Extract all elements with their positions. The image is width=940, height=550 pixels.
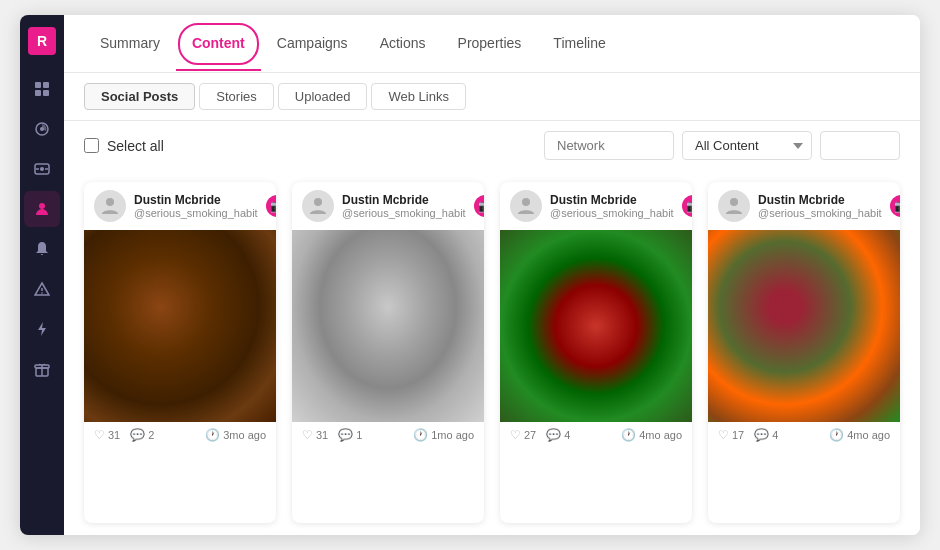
card-footer-4: ♡ 17 💬 4 🕐 4mo ago xyxy=(708,422,900,448)
card-handle-1: @serious_smoking_habit xyxy=(134,207,258,219)
sub-tab-uploaded[interactable]: Uploaded xyxy=(278,83,368,110)
filter-group: All Content Photos Videos Text xyxy=(544,131,900,160)
card-time-1: 🕐 3mo ago xyxy=(205,428,266,442)
card-time-3: 🕐 4mo ago xyxy=(621,428,682,442)
card-footer-3: ♡ 27 💬 4 🕐 4mo ago xyxy=(500,422,692,448)
svg-point-19 xyxy=(522,198,530,206)
card-username-3: Dustin Mcbride xyxy=(550,193,674,207)
content-filter-select[interactable]: All Content Photos Videos Text xyxy=(682,131,812,160)
card-handle-2: @serious_smoking_habit xyxy=(342,207,466,219)
instagram-icon-1: 📷 xyxy=(266,195,276,217)
heart-icon-3: ♡ xyxy=(510,428,521,442)
card-handle-3: @serious_smoking_habit xyxy=(550,207,674,219)
sub-tabs: Social Posts Stories Uploaded Web Links xyxy=(64,73,920,121)
card-comments-3: 💬 4 xyxy=(546,428,570,442)
card-user-2: Dustin Mcbride @serious_smoking_habit xyxy=(342,193,466,219)
sidebar-icon-cast[interactable] xyxy=(24,151,60,187)
card-time-4: 🕐 4mo ago xyxy=(829,428,890,442)
svg-point-5 xyxy=(40,127,44,131)
card-comments-4: 💬 4 xyxy=(754,428,778,442)
sidebar-icon-gift[interactable] xyxy=(24,351,60,387)
card-user-1: Dustin Mcbride @serious_smoking_habit xyxy=(134,193,258,219)
clock-icon-4: 🕐 xyxy=(829,428,844,442)
card-comments-1: 💬 2 xyxy=(130,428,154,442)
card-likes-2: ♡ 31 xyxy=(302,428,328,442)
card-username-2: Dustin Mcbride xyxy=(342,193,466,207)
clock-icon-2: 🕐 xyxy=(413,428,428,442)
card-header-3: Dustin Mcbride @serious_smoking_habit 📷 xyxy=(500,182,692,230)
card-image-4 xyxy=(708,230,900,422)
card-footer-1: ♡ 31 💬 2 🕐 3mo ago xyxy=(84,422,276,448)
card-likes-3: ♡ 27 xyxy=(510,428,536,442)
nav-campaigns[interactable]: Campaigns xyxy=(261,17,364,71)
card-header-1: Dustin Mcbride @serious_smoking_habit 📷 xyxy=(84,182,276,230)
sidebar: R xyxy=(20,15,64,535)
sidebar-icon-bell[interactable] xyxy=(24,231,60,267)
select-all-checkbox[interactable] xyxy=(84,138,99,153)
nav-content[interactable]: Content xyxy=(176,17,261,71)
card-handle-4: @serious_smoking_habit xyxy=(758,207,882,219)
app-logo: R xyxy=(28,27,56,55)
content-card-4: Dustin Mcbride @serious_smoking_habit 📷 … xyxy=(708,182,900,523)
sub-tab-web-links[interactable]: Web Links xyxy=(371,83,465,110)
content-card-2: Dustin Mcbride @serious_smoking_habit 📷 … xyxy=(292,182,484,523)
toolbar: Select all All Content Photos Videos Tex… xyxy=(64,121,920,170)
instagram-icon-3: 📷 xyxy=(682,195,692,217)
heart-icon-4: ♡ xyxy=(718,428,729,442)
svg-point-13 xyxy=(41,292,43,294)
svg-rect-1 xyxy=(43,82,49,88)
clock-icon-3: 🕐 xyxy=(621,428,636,442)
comment-icon-3: 💬 xyxy=(546,428,561,442)
card-user-3: Dustin Mcbride @serious_smoking_habit xyxy=(550,193,674,219)
svg-point-10 xyxy=(39,203,45,209)
sub-tab-stories[interactable]: Stories xyxy=(199,83,273,110)
sub-tab-social-posts[interactable]: Social Posts xyxy=(84,83,195,110)
heart-icon-1: ♡ xyxy=(94,428,105,442)
content-grid: Dustin Mcbride @serious_smoking_habit 📷 … xyxy=(64,170,920,535)
avatar-2 xyxy=(302,190,334,222)
clock-icon-1: 🕐 xyxy=(205,428,220,442)
main-content: Summary Content Campaigns Actions Proper… xyxy=(64,15,920,535)
svg-rect-2 xyxy=(35,90,41,96)
card-username-4: Dustin Mcbride xyxy=(758,193,882,207)
card-footer-2: ♡ 31 💬 1 🕐 1mo ago xyxy=(292,422,484,448)
network-filter-input[interactable] xyxy=(544,131,674,160)
comment-icon-4: 💬 xyxy=(754,428,769,442)
sidebar-icon-bolt[interactable] xyxy=(24,311,60,347)
card-image-1 xyxy=(84,230,276,422)
card-username-1: Dustin Mcbride xyxy=(134,193,258,207)
instagram-icon-2: 📷 xyxy=(474,195,484,217)
svg-point-17 xyxy=(106,198,114,206)
svg-point-7 xyxy=(40,167,44,171)
sidebar-icon-person[interactable] xyxy=(24,191,60,227)
avatar-3 xyxy=(510,190,542,222)
card-image-3 xyxy=(500,230,692,422)
instagram-icon-4: 📷 xyxy=(890,195,900,217)
card-likes-4: ♡ 17 xyxy=(718,428,744,442)
search-input[interactable] xyxy=(820,131,900,160)
avatar-1 xyxy=(94,190,126,222)
nav-timeline[interactable]: Timeline xyxy=(537,17,621,71)
select-all-label: Select all xyxy=(107,138,164,154)
svg-rect-0 xyxy=(35,82,41,88)
card-header-4: Dustin Mcbride @serious_smoking_habit 📷 xyxy=(708,182,900,230)
heart-icon-2: ♡ xyxy=(302,428,313,442)
nav-properties[interactable]: Properties xyxy=(442,17,538,71)
card-likes-1: ♡ 31 xyxy=(94,428,120,442)
top-nav: Summary Content Campaigns Actions Proper… xyxy=(64,15,920,73)
card-comments-2: 💬 1 xyxy=(338,428,362,442)
card-user-4: Dustin Mcbride @serious_smoking_habit xyxy=(758,193,882,219)
nav-actions[interactable]: Actions xyxy=(364,17,442,71)
content-card-1: Dustin Mcbride @serious_smoking_habit 📷 … xyxy=(84,182,276,523)
card-image-2 xyxy=(292,230,484,422)
sidebar-icon-chart[interactable] xyxy=(24,111,60,147)
nav-summary[interactable]: Summary xyxy=(84,17,176,71)
svg-point-20 xyxy=(730,198,738,206)
card-header-2: Dustin Mcbride @serious_smoking_habit 📷 xyxy=(292,182,484,230)
sidebar-icon-alert[interactable] xyxy=(24,271,60,307)
comment-icon-2: 💬 xyxy=(338,428,353,442)
svg-rect-3 xyxy=(43,90,49,96)
avatar-4 xyxy=(718,190,750,222)
sidebar-icon-grid[interactable] xyxy=(24,71,60,107)
card-time-2: 🕐 1mo ago xyxy=(413,428,474,442)
